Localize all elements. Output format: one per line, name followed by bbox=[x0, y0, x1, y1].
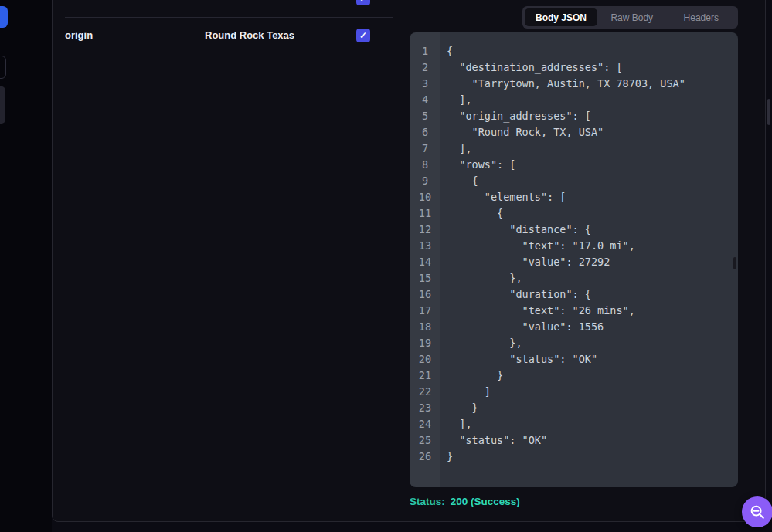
line-number: 10 bbox=[410, 189, 440, 205]
line-number: 25 bbox=[410, 432, 440, 449]
code-line: "text": "26 mins", bbox=[447, 303, 738, 319]
param-name: origin bbox=[65, 29, 93, 41]
tab-headers[interactable]: Headers bbox=[667, 12, 736, 23]
line-number: 11 bbox=[410, 205, 440, 222]
code-line: "destination_addresses": [ bbox=[447, 59, 738, 76]
param-value-field[interactable]: Round Rock Texas bbox=[205, 29, 294, 41]
code-line: ], bbox=[447, 416, 738, 432]
zoom-out-icon bbox=[749, 503, 766, 520]
response-tabbar: Body JSON Raw Body Headers bbox=[522, 6, 738, 29]
param-row-divider bbox=[65, 17, 393, 18]
code-line: "rows": [ bbox=[447, 157, 738, 173]
param-checkbox[interactable]: ✓ bbox=[356, 29, 370, 42]
param-row-divider bbox=[65, 53, 393, 53]
line-number: 22 bbox=[410, 384, 440, 400]
line-number: 20 bbox=[410, 351, 440, 368]
line-number: 1 bbox=[410, 43, 440, 59]
line-number: 23 bbox=[410, 400, 440, 416]
status-value: 200 (Success) bbox=[451, 496, 520, 507]
code-line: }, bbox=[447, 270, 738, 286]
line-number: 15 bbox=[410, 270, 440, 286]
line-number: 8 bbox=[410, 157, 440, 173]
zoom-out-button[interactable] bbox=[742, 496, 772, 527]
json-body-viewer[interactable]: 1234567891011121314151617181920212223242… bbox=[410, 32, 738, 487]
code-line: } bbox=[447, 400, 738, 416]
code-line: "status": "OK" bbox=[447, 432, 738, 449]
line-number: 19 bbox=[410, 335, 440, 351]
code-line: "Round Rock, TX, USA" bbox=[447, 124, 738, 141]
line-number: 14 bbox=[410, 254, 440, 270]
line-number: 18 bbox=[410, 319, 440, 335]
line-number: 21 bbox=[410, 368, 440, 384]
line-number: 5 bbox=[410, 108, 440, 124]
code-line: "duration": { bbox=[447, 286, 738, 303]
code-line: "Tarrytown, Austin, TX 78703, USA" bbox=[447, 76, 738, 92]
code-line: ] bbox=[447, 384, 738, 400]
status-label: Status: bbox=[410, 496, 445, 507]
code-line: "value": 27292 bbox=[447, 254, 738, 270]
rail-nav-item[interactable] bbox=[0, 86, 5, 124]
line-number: 12 bbox=[410, 222, 440, 238]
code-line: "origin_addresses": [ bbox=[447, 108, 738, 124]
tab-raw-body[interactable]: Raw Body bbox=[597, 12, 667, 23]
rail-nav-item[interactable] bbox=[0, 56, 6, 79]
app-screen: ✓ origin Round Rock Texas ✓ Body JSON Ra… bbox=[0, 0, 772, 532]
line-number: 9 bbox=[410, 173, 440, 189]
code-line: "text": "17.0 mi", bbox=[447, 238, 738, 254]
code-line: "distance": { bbox=[447, 222, 738, 238]
code-line: "value": 1556 bbox=[447, 319, 738, 335]
line-number: 7 bbox=[410, 141, 440, 157]
line-number: 4 bbox=[410, 92, 440, 108]
rail-nav-item-active[interactable] bbox=[0, 6, 8, 28]
line-number: 2 bbox=[410, 59, 440, 76]
line-number: 13 bbox=[410, 238, 440, 254]
line-number: 17 bbox=[410, 303, 440, 319]
line-number: 16 bbox=[410, 286, 440, 303]
code-line: } bbox=[447, 449, 738, 465]
code-lines: { "destination_addresses": [ "Tarrytown,… bbox=[440, 32, 738, 487]
code-line: "elements": [ bbox=[447, 189, 738, 205]
param-checkbox-partial[interactable]: ✓ bbox=[356, 0, 370, 5]
code-line: { bbox=[447, 43, 738, 59]
page-scrollbar-thumb[interactable] bbox=[767, 99, 770, 125]
line-number: 3 bbox=[410, 76, 440, 92]
code-line: "status": "OK" bbox=[447, 351, 738, 368]
code-line: ], bbox=[447, 92, 738, 108]
code-line: }, bbox=[447, 335, 738, 351]
line-number: 26 bbox=[410, 449, 440, 465]
code-line: { bbox=[447, 205, 738, 222]
response-status: Status: 200 (Success) bbox=[410, 496, 520, 507]
line-number-gutter: 1234567891011121314151617181920212223242… bbox=[410, 32, 440, 487]
checkmark-icon: ✓ bbox=[359, 31, 367, 40]
line-number: 24 bbox=[410, 416, 440, 432]
left-rail bbox=[0, 0, 52, 532]
code-scrollbar-thumb[interactable] bbox=[733, 257, 736, 269]
tab-body-json[interactable]: Body JSON bbox=[525, 8, 597, 26]
code-line: { bbox=[447, 173, 738, 189]
line-number: 6 bbox=[410, 124, 440, 141]
checkmark-icon: ✓ bbox=[359, 0, 367, 3]
code-line: ], bbox=[447, 141, 738, 157]
code-line: } bbox=[447, 368, 738, 384]
